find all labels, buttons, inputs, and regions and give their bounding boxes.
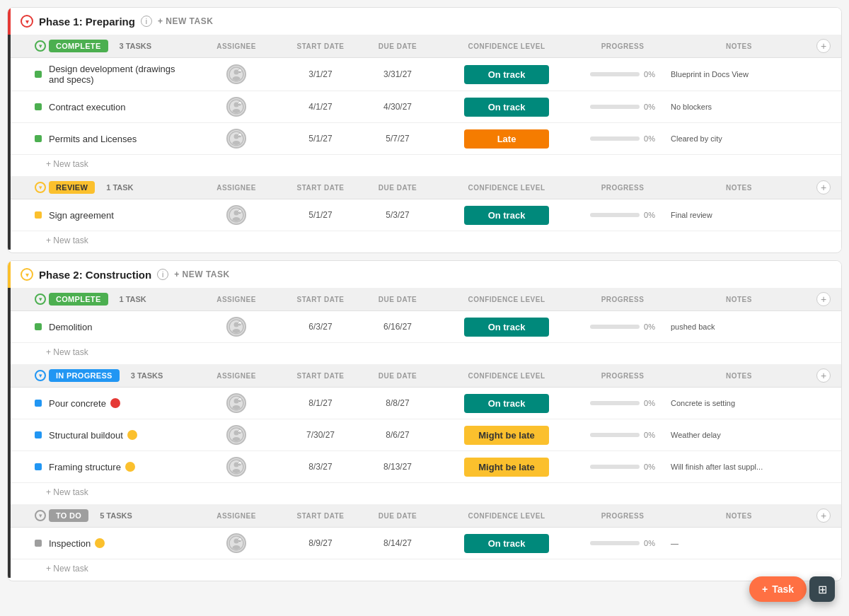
task-assignee[interactable]: ⚙ <box>194 533 279 553</box>
new-task-link[interactable]: + New task <box>11 231 841 250</box>
task-notes: pushed back <box>668 322 810 331</box>
phase-header: ▾ Phase 1: Preparing i NEW TASK <box>8 8 841 35</box>
task-assignee[interactable]: ⚙ <box>194 317 279 337</box>
col-confidence: CONFIDENCE LEVEL <box>436 372 577 380</box>
svg-point-37 <box>233 469 241 473</box>
task-name[interactable]: Structural buildout <box>49 430 191 441</box>
confidence-badge: Late <box>464 129 549 149</box>
svg-text:⚙: ⚙ <box>238 399 241 402</box>
avatar: ⚙ <box>226 97 246 117</box>
progress-percentage: 0% <box>644 431 655 439</box>
group-task-count: 3 TASKS <box>125 371 163 380</box>
task-assignee[interactable]: ⚙ <box>194 205 279 225</box>
group-header: ▾ COMPLETE 3 TASKS ASSIGNEE START DATE D… <box>11 35 841 58</box>
group-collapse-icon[interactable]: ▾ <box>35 510 46 521</box>
task-name[interactable]: Inspection <box>49 538 191 549</box>
progress-bar-container <box>590 401 640 405</box>
col-confidence: CONFIDENCE LEVEL <box>436 296 577 303</box>
add-column-button[interactable]: + <box>816 39 831 53</box>
task-start-date: 6/3/27 <box>282 322 359 332</box>
task-name[interactable]: Permits and Licenses <box>49 134 191 144</box>
phase-info-icon[interactable]: i <box>141 16 152 27</box>
new-task-link[interactable]: + New task <box>11 155 841 173</box>
group-collapse-icon[interactable]: ▾ <box>35 294 46 305</box>
phase-header: ▾ Phase 2: Construction i NEW TASK <box>8 261 841 288</box>
warning-icon <box>95 538 105 548</box>
col-progress: PROGRESS <box>580 184 665 192</box>
new-task-link[interactable]: + New task <box>11 343 841 361</box>
task-name[interactable]: Demolition <box>49 322 191 332</box>
grid-view-fab[interactable]: ⊞ <box>809 576 835 588</box>
group-collapse-icon[interactable]: ▾ <box>35 40 46 52</box>
warning-icon <box>125 462 135 472</box>
task-name[interactable]: Sign agreement <box>49 210 191 221</box>
task-name[interactable]: Design development (drawings and specs) <box>49 64 191 85</box>
task-status-dot <box>35 71 42 78</box>
task-assignee[interactable]: ⚙ <box>194 457 279 477</box>
task-name[interactable]: Contract execution <box>49 102 191 112</box>
avatar: ⚙ <box>226 64 246 84</box>
new-task-link[interactable]: + New task <box>11 483 841 501</box>
avatar: ⚙ <box>226 129 246 149</box>
group-collapse-icon[interactable]: ▾ <box>35 370 46 381</box>
progress-bar-container <box>590 465 640 469</box>
task-due-date: 3/31/27 <box>362 69 433 79</box>
group-task-count: 1 TASK <box>114 295 146 303</box>
task-due-date: 6/16/27 <box>362 322 433 332</box>
grid-icon: ⊞ <box>818 583 827 589</box>
table-row: Demolition ⚙ 6/3/27 6/16/27 On track 0% <box>11 311 841 343</box>
task-progress: 0% <box>580 103 665 111</box>
col-assignee: ASSIGNEE <box>194 42 279 50</box>
task-notes: — <box>668 539 810 547</box>
task-name[interactable]: Pour concrete <box>49 398 191 409</box>
group-status-badge: COMPLETE <box>49 293 108 306</box>
phase-info-icon[interactable]: i <box>157 269 168 280</box>
task-due-date: 8/6/27 <box>362 430 433 440</box>
task-status-dot <box>35 135 42 142</box>
task-start-date: 3/1/27 <box>282 69 359 79</box>
task-assignee[interactable]: ⚙ <box>194 97 279 117</box>
table-row: Inspection ⚙ 8/9/27 8/14/27 On track 0% <box>11 528 841 559</box>
group-section: ▾ TO DO 5 TASKS ASSIGNEE START DATE DUE … <box>11 504 841 578</box>
new-task-link[interactable]: + New task <box>11 559 841 578</box>
add-column-button[interactable]: + <box>816 509 831 523</box>
svg-point-42 <box>233 545 241 550</box>
phase-collapse-icon[interactable]: ▾ <box>21 15 33 28</box>
add-column-button[interactable]: + <box>816 292 831 306</box>
task-start-date: 8/9/27 <box>282 538 359 548</box>
col-progress: PROGRESS <box>580 372 665 380</box>
add-column-button[interactable]: + <box>816 180 831 194</box>
task-due-date: 8/14/27 <box>362 538 433 548</box>
task-progress: 0% <box>580 539 665 547</box>
phase-new-task-link[interactable]: NEW TASK <box>158 16 213 26</box>
svg-text:⚙: ⚙ <box>238 463 241 466</box>
group-collapse-icon[interactable]: ▾ <box>35 182 46 193</box>
task-notes: Concrete is setting <box>668 399 810 407</box>
task-assignee[interactable]: ⚙ <box>194 393 279 413</box>
task-assignee[interactable]: ⚙ <box>194 64 279 84</box>
task-name[interactable]: Framing structure <box>49 462 191 472</box>
progress-percentage: 0% <box>644 70 655 79</box>
task-progress: 0% <box>580 431 665 439</box>
progress-percentage: 0% <box>644 399 655 407</box>
task-start-date: 5/1/27 <box>282 210 359 220</box>
table-row: Design development (drawings and specs) … <box>11 58 841 91</box>
group-header: ▾ COMPLETE 1 TASK ASSIGNEE START DATE DU… <box>11 288 841 311</box>
col-progress: PROGRESS <box>580 512 665 520</box>
task-assignee[interactable]: ⚙ <box>194 425 279 445</box>
col-notes: NOTES <box>668 184 810 192</box>
col-progress: PROGRESS <box>580 296 665 303</box>
add-column-button[interactable]: + <box>816 368 831 383</box>
phase-collapse-icon[interactable]: ▾ <box>21 268 33 281</box>
progress-percentage: 0% <box>644 463 655 471</box>
svg-text:⚙: ⚙ <box>238 70 241 74</box>
col-start-date: START DATE <box>282 296 359 303</box>
col-confidence: CONFIDENCE LEVEL <box>436 184 577 192</box>
table-row: Pour concrete ⚙ 8/1/27 8/8/27 On track 0… <box>11 388 841 419</box>
add-task-fab[interactable]: + Task <box>749 576 807 588</box>
progress-percentage: 0% <box>644 103 655 111</box>
svg-text:⚙: ⚙ <box>238 322 241 326</box>
task-assignee[interactable]: ⚙ <box>194 129 279 149</box>
phase-new-task-link[interactable]: NEW TASK <box>174 269 229 279</box>
task-confidence: Late <box>436 129 577 149</box>
